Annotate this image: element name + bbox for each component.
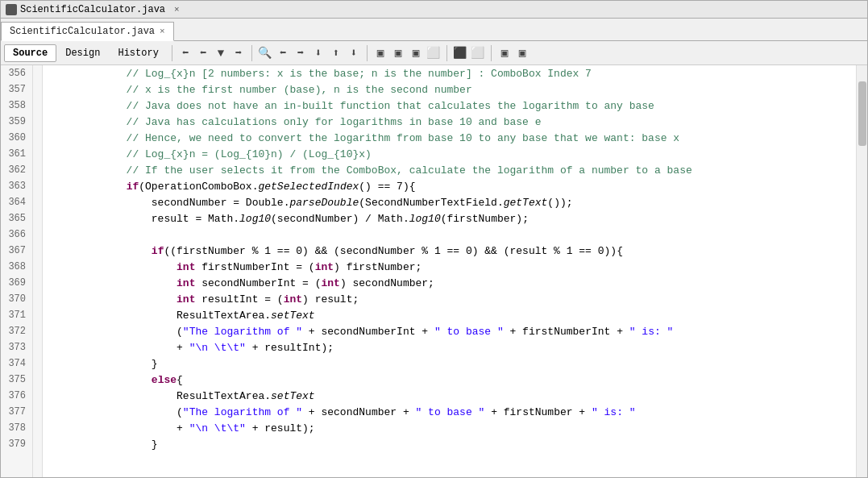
tab-bar: ScientificCalculator.java ×: [1, 19, 867, 41]
code-token: }: [51, 439, 158, 451]
line-number: 378: [1, 420, 32, 436]
gutter-line: [33, 291, 42, 307]
history-tab[interactable]: History: [109, 44, 167, 62]
code-token: +: [51, 422, 189, 434]
code-token: + secondNumber +: [302, 406, 415, 418]
gutter-line: [33, 404, 42, 420]
search-button[interactable]: 🔍: [256, 44, 274, 62]
toggle-2-button[interactable]: ▣: [389, 44, 407, 62]
toolbar-separator-5: [491, 45, 492, 61]
gutter-line: [33, 420, 42, 436]
back-button[interactable]: ⬅: [177, 44, 194, 62]
file-tab[interactable]: ScientificCalculator.java ×: [1, 22, 174, 41]
title-bar-text: ScientificCalculator.java: [20, 4, 165, 15]
code-token: // Log_{x}n [2 numbers: x is the base; n…: [51, 68, 592, 80]
stop-button[interactable]: ⬛: [451, 44, 469, 62]
code-token: setText: [271, 390, 315, 402]
code-token: parseDouble: [289, 197, 359, 209]
gutter-line: [33, 355, 42, 372]
code-token: + firstNumberInt +: [504, 326, 629, 338]
gutter-line: [33, 323, 42, 339]
scrollbar-thumb[interactable]: [858, 81, 866, 146]
gutter-line: [33, 146, 42, 162]
table-row: result = Math.log10(secondNumber) / Math…: [51, 210, 856, 227]
vertical-scrollbar[interactable]: [856, 65, 867, 477]
gutter-line: [33, 275, 42, 291]
table-row: + "\n \t\t" + result);: [51, 420, 856, 436]
code-token: (: [51, 326, 183, 338]
title-bar: ScientificCalculator.java ×: [1, 1, 867, 19]
toolbar-btn-group-3: ▣ ▣ ▣ ⬜: [372, 44, 442, 62]
code-token: "\n \t\t": [189, 422, 246, 434]
gutter-line: [33, 178, 42, 194]
code-token: resultInt = (: [195, 293, 283, 306]
title-close-button[interactable]: ×: [172, 5, 182, 15]
code-token: [51, 277, 177, 289]
forward-button[interactable]: ➡: [230, 44, 247, 62]
toolbar-separator-1: [172, 45, 172, 61]
code-token: if: [152, 245, 164, 257]
gutter-line: [33, 65, 42, 81]
line-number: 373: [1, 339, 32, 355]
table-row: }: [51, 355, 856, 372]
toggle-1-button[interactable]: ▣: [372, 44, 389, 62]
toggle-3-button[interactable]: ▣: [407, 44, 425, 62]
gutter-line: [33, 259, 42, 275]
code-token: int: [177, 293, 195, 306]
code-token: (OperationComboBox.: [139, 181, 258, 193]
table-row: // Log_{x}n = (Log_{10}n) / (Log_{10}x): [51, 146, 856, 162]
code-token: +: [51, 342, 189, 354]
toolbar-btn-group-4: ⬛ ⬜: [451, 44, 487, 62]
code-token: {: [177, 374, 183, 386]
next-occurrence-button[interactable]: ➡: [292, 44, 309, 62]
line-number: 359: [1, 114, 32, 130]
table-row: if((firstNumber % 1 == 0) && (secondNumb…: [51, 243, 856, 259]
design-tab[interactable]: Design: [56, 44, 109, 62]
run-button[interactable]: ⬜: [469, 44, 487, 62]
prev-occurrence-button[interactable]: ⬅: [274, 44, 292, 62]
code-token: // Log_{x}n = (Log_{10}n) / (Log_{10}x): [51, 148, 372, 160]
gutter-line: [33, 162, 42, 178]
line-number: 356: [1, 65, 32, 81]
code-token: // Java does not have an in-built functi…: [51, 100, 654, 112]
code-token: secondNumber = Double.: [51, 197, 289, 209]
gutter-line: [33, 98, 42, 114]
code-token: " to base ": [434, 326, 504, 338]
gutter-line: [33, 388, 42, 404]
table-row: // Java has calculations only for logari…: [51, 114, 856, 130]
line-number: 375: [1, 372, 32, 388]
main-window: ScientificCalculator.java × ScientificCa…: [0, 0, 868, 478]
tab-close-icon[interactable]: ×: [160, 27, 165, 36]
line-number: 374: [1, 355, 32, 372]
toggle-4-button[interactable]: ⬜: [425, 44, 442, 62]
table-row: else{: [51, 372, 856, 388]
table-row: int secondNumberInt = (int) secondNumber…: [51, 275, 856, 291]
code-token: setText: [271, 310, 315, 322]
prev-bookmark-button[interactable]: ⬆: [327, 44, 345, 62]
table-row: // Log_{x}n [2 numbers: x is the base; n…: [51, 65, 856, 81]
table-row: ("The logarithm of " + secondNumberInt +…: [51, 323, 856, 339]
dropdown-button[interactable]: ▼: [212, 44, 230, 62]
next-bookmark-button[interactable]: ⬇: [345, 44, 363, 62]
file-tab-label: ScientificCalculator.java: [10, 26, 155, 37]
line-number: 363: [1, 178, 32, 194]
source-tab[interactable]: Source: [4, 44, 56, 62]
table-row: int resultInt = (int) result;: [51, 291, 856, 307]
gutter-line: [33, 130, 42, 146]
line-number: 361: [1, 146, 32, 162]
toggle-bookmark-button[interactable]: ⬇: [309, 44, 327, 62]
line-number: 376: [1, 388, 32, 404]
code-token: [51, 245, 152, 257]
toolbar-separator-2: [251, 45, 252, 61]
gutter-line: [33, 307, 42, 323]
tasks-button[interactable]: ▣: [496, 44, 513, 62]
back-alt-button[interactable]: ⬅: [194, 44, 212, 62]
code-token: + secondNumberInt +: [302, 326, 434, 338]
table-row: // Java does not have an in-built functi…: [51, 98, 856, 114]
gutter-line: [33, 436, 42, 452]
table-row: // If the user selects it from the Combo…: [51, 162, 856, 178]
file-icon: [6, 4, 17, 15]
code-lines[interactable]: // Log_{x}n [2 numbers: x is the base; n…: [43, 65, 856, 477]
more-button[interactable]: ▣: [513, 44, 531, 62]
code-token: "\n \t\t": [189, 342, 246, 354]
